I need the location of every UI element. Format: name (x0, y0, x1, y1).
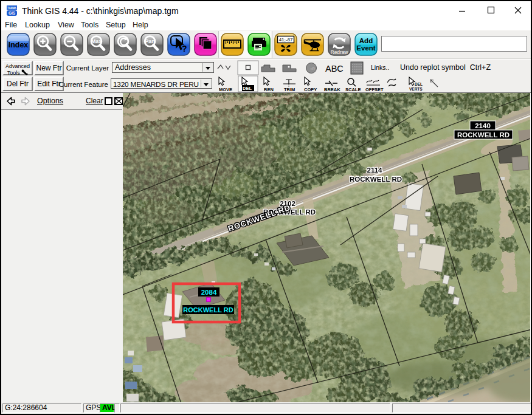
svg-text:SCALE: SCALE (345, 87, 361, 92)
svg-text:Index: Index (9, 41, 29, 49)
svg-text:TRIM: TRIM (284, 87, 295, 92)
svg-text:THINK: THINK (7, 6, 17, 10)
svg-text:ROCKWELL RD: ROCKWELL RD (350, 176, 402, 183)
svg-text:ABC: ABC (325, 64, 344, 74)
svg-text:DEL: DEL (415, 82, 423, 86)
svg-text:VERTS: VERTS (409, 87, 423, 91)
svg-text:MOVE: MOVE (219, 87, 232, 92)
svg-text:Redraw: Redraw (331, 49, 349, 55)
svg-text:Links..: Links.. (371, 64, 389, 71)
svg-text:COPY: COPY (304, 87, 317, 92)
svg-text:ROCKWELL RD: ROCKWELL RD (183, 306, 233, 314)
svg-text:DEL: DEL (243, 86, 252, 91)
svg-text:Pan: Pan (145, 38, 154, 44)
svg-text:2140: 2140 (475, 122, 491, 129)
svg-text:Add: Add (359, 37, 373, 44)
svg-text:?: ? (182, 44, 187, 53)
svg-text:BREAK: BREAK (324, 87, 340, 92)
svg-text:Event: Event (356, 44, 375, 52)
svg-text:GIS: GIS (9, 11, 16, 15)
svg-text:2114: 2114 (367, 166, 383, 174)
svg-text:OFFSET: OFFSET (365, 87, 384, 92)
svg-text:2084: 2084 (201, 289, 217, 296)
svg-text:ROCKWELL RD: ROCKWELL RD (457, 131, 510, 139)
svg-text:Max: Max (91, 38, 102, 44)
svg-text:+R: +R (310, 67, 316, 70)
svg-text:41;-87: 41;-87 (279, 37, 293, 43)
svg-text:REN: REN (264, 87, 274, 92)
